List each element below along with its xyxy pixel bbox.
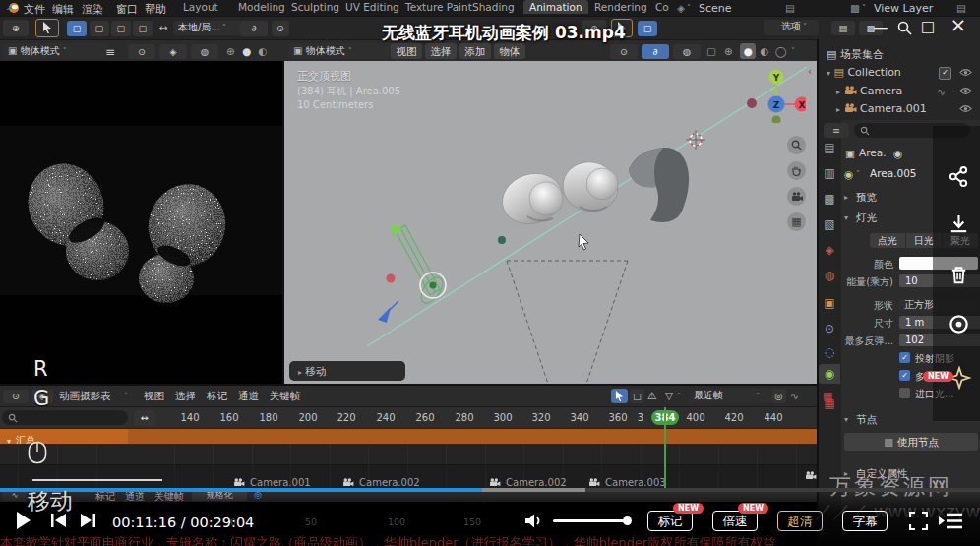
scene-collection-row[interactable]: ▤ 场景集合 [827, 47, 884, 62]
mis-checkbox[interactable]: ✓ [899, 370, 910, 381]
tab-render[interactable]: ▥ [819, 163, 840, 183]
expand-range-button[interactable]: ↔ [134, 410, 155, 426]
dopesheet-menu-view[interactable]: 视图 [144, 390, 164, 403]
viewport-pan-button[interactable] [787, 161, 806, 180]
workspace-tab-sculpting[interactable]: Sculpting [285, 0, 345, 14]
proportional-button[interactable]: ◎ [771, 389, 786, 403]
render-region-icon[interactable]: ▢ [706, 45, 716, 57]
hamburger-menu-icon[interactable]: ≡ [105, 45, 115, 59]
mode-dropdown-left[interactable]: ▣ 物体模式 ˅ [3, 43, 107, 59]
datablock-name[interactable]: Area.005 [870, 167, 917, 179]
mark-button[interactable]: 标记 [647, 511, 693, 531]
play-button[interactable] [16, 512, 31, 529]
viewport-camera-button[interactable] [787, 187, 806, 206]
viewlayer-caret-icon[interactable]: ˅ [862, 4, 866, 13]
properties-filter-dropdown[interactable]: ≡ [824, 123, 849, 138]
datablock-light-icon[interactable]: ◉ [844, 168, 853, 180]
shading-rendered-icon[interactable]: ◯ [775, 45, 787, 57]
summary-label-cell[interactable]: ▾ 汇总 [0, 429, 128, 444]
use-nodes-button[interactable]: ▩ 使用节点 [844, 433, 978, 451]
outliner-row-camera001[interactable]: ▸ Camera.001 [836, 102, 927, 115]
tab-output[interactable]: ▩ [819, 189, 840, 209]
playlist-button[interactable] [939, 513, 962, 529]
select-box-button-active[interactable]: ▢ [67, 21, 87, 36]
scene-caret-icon[interactable]: ˅ [687, 4, 691, 13]
nodes-section-label[interactable]: 节点 [856, 413, 877, 427]
summary-row[interactable]: ▾ 汇总 [0, 429, 817, 444]
viewport-menu-add[interactable]: 添加 [459, 43, 491, 59]
scene-selector[interactable]: Scene [699, 2, 732, 15]
workspace-tab-layout[interactable]: Layout [177, 0, 224, 14]
light-type-point[interactable]: 点光 [870, 233, 905, 248]
eye-icon[interactable] [959, 104, 972, 113]
expand-icon[interactable]: ▸ [836, 105, 840, 114]
workspace-tab-shading[interactable]: Shading [466, 0, 521, 14]
tab-data-active[interactable]: ◉ [819, 364, 840, 384]
select-box-button-2[interactable]: ▢ [638, 21, 657, 36]
operator-panel[interactable]: ▸ 移动 [289, 361, 405, 381]
box-select-button[interactable]: ▢ [630, 389, 644, 403]
preview-expand-icon[interactable]: ▸ [844, 193, 848, 202]
viewport-menu-object[interactable]: 物体 [494, 43, 525, 59]
collection-checkbox[interactable]: ✓ [939, 67, 951, 80]
window-close-button[interactable]: × [949, 17, 968, 32]
expand-icon[interactable]: ▸ [836, 88, 840, 96]
viewport-grid-button[interactable]: ▦ [787, 212, 806, 231]
shading-solid-button[interactable]: ● [740, 43, 756, 59]
tab-tool[interactable]: ▤ [819, 138, 840, 157]
left-shading-solid-icon[interactable]: ● [242, 45, 251, 57]
tab-viewlayer[interactable]: ▧ [819, 214, 840, 234]
light-expand-icon[interactable]: ▾ [844, 213, 848, 222]
expand-icon[interactable]: ▾ [827, 69, 830, 78]
gloss-checkbox[interactable] [899, 388, 910, 398]
window-search-button[interactable] [897, 21, 912, 35]
download-button[interactable] [948, 212, 970, 235]
dopesheet-menu-channel[interactable]: 通道 [238, 390, 259, 403]
menu-window[interactable]: 窗口 [116, 2, 138, 17]
editor-type-dropdown[interactable]: ⊙ [3, 390, 29, 403]
left-header-dropdown-1[interactable]: ⊙ [128, 44, 155, 59]
window-maximize-button[interactable]: □ [919, 19, 937, 34]
speed-button[interactable]: 倍速 [712, 511, 758, 531]
previous-button[interactable] [51, 514, 66, 527]
menu-edit[interactable]: 编辑 [52, 2, 74, 17]
outliner-row-collection[interactable]: ▾ ▤ Collection [827, 66, 901, 79]
select-mode-button-2[interactable]: ▢ [90, 21, 109, 36]
outliner-row-camera[interactable]: ▸ Camera [836, 85, 902, 97]
shading-wireframe-icon[interactable]: ⊕ [724, 45, 733, 57]
falloff-curve-icon[interactable]: ∿ [790, 390, 799, 401]
center-header-snap-button[interactable]: ∂ [642, 44, 669, 59]
editor-name[interactable]: 动画摄影表 [59, 390, 111, 403]
volume-slider[interactable] [553, 519, 630, 522]
left-shading-wire-icon[interactable]: ⊕ [226, 45, 235, 57]
window-minimize-button[interactable]: — [872, 20, 889, 35]
eye-icon[interactable] [959, 87, 972, 95]
snap-dropdown[interactable]: ∂ [240, 21, 268, 36]
viewlayer-selector[interactable]: View Layer [874, 2, 933, 15]
menu-file[interactable]: 文件 [24, 2, 45, 17]
viewport-menu-select[interactable]: 选择 [425, 43, 457, 59]
volume-knob[interactable] [623, 516, 632, 525]
menu-render[interactable]: 渲染 [82, 2, 103, 17]
divider[interactable] [282, 61, 284, 384]
nodes-expand-icon[interactable]: ▾ [844, 415, 848, 424]
workspace-tab-rendering[interactable]: Rendering [588, 0, 653, 14]
region-collapse-arrow[interactable]: ‹ [808, 66, 812, 77]
shading-material-icon[interactable]: ◐ [760, 45, 768, 57]
proportional-edit-button[interactable]: ⊙ [272, 21, 289, 36]
menu-help[interactable]: 帮助 [145, 2, 166, 17]
quality-button[interactable]: 超清 [777, 511, 823, 531]
transform-orientation-dropdown[interactable]: 本地/局... [173, 21, 242, 35]
filter-funnel-icon[interactable]: ▽ [665, 390, 673, 401]
active-tool-cursor-button[interactable] [35, 19, 59, 37]
breadcrumb-object-label[interactable]: Area. [859, 147, 887, 158]
tweak-tool-dropdown[interactable]: ⊕ [3, 20, 29, 36]
render-preview-viewport[interactable] [0, 61, 282, 384]
viewport-menu-view[interactable]: 视图 [391, 43, 422, 59]
blender-logo-icon[interactable] [5, 2, 21, 14]
dopesheet-menu-select[interactable]: 选择 [175, 390, 196, 403]
delete-button[interactable] [948, 264, 970, 286]
main-3d-viewport[interactable]: 正交顶视图 (384) 耳机 | Area.005 10 Centimeters… [284, 61, 817, 384]
select-mode-button-4[interactable]: ▢ [133, 21, 153, 36]
camera-marker-partial[interactable] [805, 471, 817, 480]
